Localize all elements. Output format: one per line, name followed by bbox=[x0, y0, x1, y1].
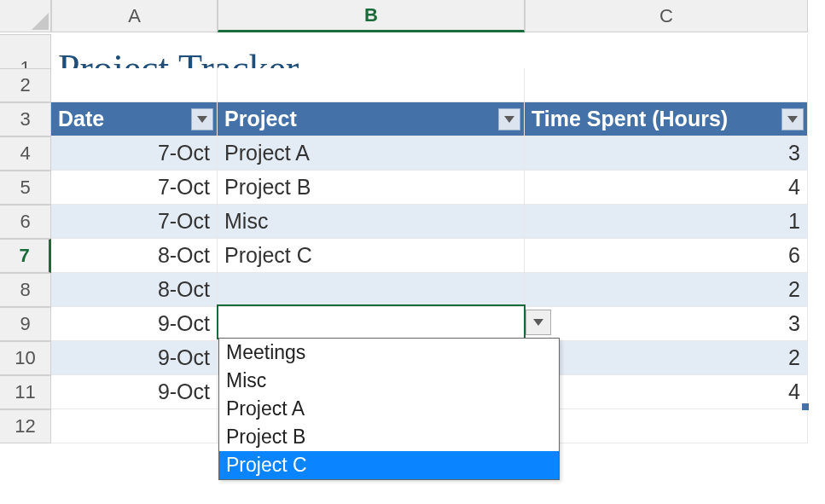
dropdown-item[interactable]: Project C bbox=[219, 451, 559, 479]
column-header-label: C bbox=[659, 5, 673, 27]
row-header-9[interactable]: 9 bbox=[0, 307, 51, 341]
column-header-label: B bbox=[364, 4, 378, 26]
cell-date[interactable]: 9-Oct bbox=[51, 375, 218, 409]
table-header-hours[interactable]: Time Spent (Hours) bbox=[525, 102, 808, 136]
cell-date[interactable]: 7-Oct bbox=[51, 205, 218, 239]
svg-marker-3 bbox=[787, 116, 798, 123]
cell-b2[interactable] bbox=[218, 68, 525, 102]
cell-project[interactable] bbox=[218, 273, 525, 307]
chevron-down-icon bbox=[533, 319, 543, 326]
row-header-label: 8 bbox=[20, 279, 30, 301]
dropdown-item[interactable]: Misc bbox=[219, 367, 559, 395]
filter-button-date[interactable] bbox=[191, 108, 213, 130]
row-header-3[interactable]: 3 bbox=[0, 102, 51, 136]
row-header-6[interactable]: 6 bbox=[0, 205, 51, 239]
row-header-7[interactable]: 7 bbox=[0, 239, 51, 273]
svg-marker-1 bbox=[197, 116, 207, 123]
cell-date[interactable]: 9-Oct bbox=[51, 341, 218, 375]
chevron-down-icon bbox=[504, 116, 514, 123]
data-validation-list[interactable]: MeetingsMiscProject AProject BProject C bbox=[218, 338, 560, 480]
cell-hours[interactable]: 4 bbox=[525, 171, 808, 205]
cell-hours[interactable]: 3 bbox=[525, 307, 808, 341]
column-header-a[interactable]: A bbox=[51, 0, 218, 32]
header-label: Time Spent (Hours) bbox=[532, 107, 728, 131]
svg-marker-2 bbox=[504, 116, 514, 123]
column-header-c[interactable]: C bbox=[525, 0, 808, 32]
cell-hours[interactable]: 2 bbox=[525, 341, 808, 375]
column-header-b[interactable]: B bbox=[218, 0, 525, 32]
row-header-4[interactable]: 4 bbox=[0, 136, 51, 171]
row-header-label: 3 bbox=[20, 108, 30, 130]
row-header-11[interactable]: 11 bbox=[0, 375, 51, 409]
cell-hours[interactable]: 3 bbox=[525, 136, 808, 171]
table-resize-handle[interactable] bbox=[802, 403, 809, 410]
row-header-label: 7 bbox=[19, 245, 29, 267]
row-header-label: 5 bbox=[20, 177, 30, 199]
table-header-project[interactable]: Project bbox=[218, 102, 525, 136]
cell-empty[interactable] bbox=[525, 409, 808, 443]
cell-date[interactable]: 7-Oct bbox=[51, 136, 218, 171]
cell-project[interactable] bbox=[218, 307, 525, 341]
cell-a2[interactable] bbox=[51, 68, 218, 102]
row-header-8[interactable]: 8 bbox=[0, 273, 51, 307]
header-label: Date bbox=[58, 107, 104, 131]
cell-project[interactable]: Project C bbox=[218, 239, 525, 273]
cell-empty[interactable] bbox=[51, 409, 218, 443]
column-header-label: A bbox=[128, 5, 141, 27]
row-header-label: 2 bbox=[20, 74, 30, 96]
row-header-label: 6 bbox=[20, 211, 30, 233]
row-header-label: 10 bbox=[15, 347, 35, 369]
filter-button-project[interactable] bbox=[498, 108, 520, 130]
cell-c2[interactable] bbox=[525, 68, 808, 102]
dropdown-item[interactable]: Project B bbox=[219, 423, 559, 451]
data-validation-button[interactable] bbox=[526, 310, 551, 335]
row-header-label: 9 bbox=[20, 313, 30, 335]
cell-date[interactable]: 8-Oct bbox=[51, 239, 218, 273]
svg-marker-4 bbox=[533, 319, 543, 326]
select-all-corner[interactable] bbox=[0, 0, 51, 32]
cell-date[interactable]: 8-Oct bbox=[51, 273, 218, 307]
row-header-label: 12 bbox=[15, 415, 35, 437]
cell-date[interactable]: 9-Oct bbox=[51, 307, 218, 341]
cell-hours[interactable]: 6 bbox=[525, 239, 808, 273]
table-header-date[interactable]: Date bbox=[51, 102, 218, 136]
cell-hours[interactable]: 2 bbox=[525, 273, 808, 307]
cell-hours[interactable]: 1 bbox=[525, 205, 808, 239]
header-label: Project bbox=[224, 107, 297, 131]
cell-hours[interactable]: 4 bbox=[525, 375, 808, 409]
dropdown-item[interactable]: Meetings bbox=[219, 339, 559, 367]
row-header-label: 11 bbox=[15, 381, 35, 403]
cell-project[interactable]: Project B bbox=[218, 171, 525, 205]
cell-project[interactable]: Misc bbox=[218, 205, 525, 239]
row-header-10[interactable]: 10 bbox=[0, 341, 51, 375]
svg-marker-0 bbox=[32, 13, 49, 30]
cell-date[interactable]: 7-Oct bbox=[51, 171, 218, 205]
chevron-down-icon bbox=[197, 116, 207, 123]
row-header-12[interactable]: 12 bbox=[0, 409, 51, 443]
dropdown-item[interactable]: Project A bbox=[219, 395, 559, 423]
chevron-down-icon bbox=[787, 116, 798, 123]
row-header-5[interactable]: 5 bbox=[0, 171, 51, 205]
row-header-2[interactable]: 2 bbox=[0, 68, 51, 102]
filter-button-hours[interactable] bbox=[781, 108, 804, 130]
row-header-label: 4 bbox=[20, 142, 30, 165]
cell-project[interactable]: Project A bbox=[218, 136, 525, 171]
